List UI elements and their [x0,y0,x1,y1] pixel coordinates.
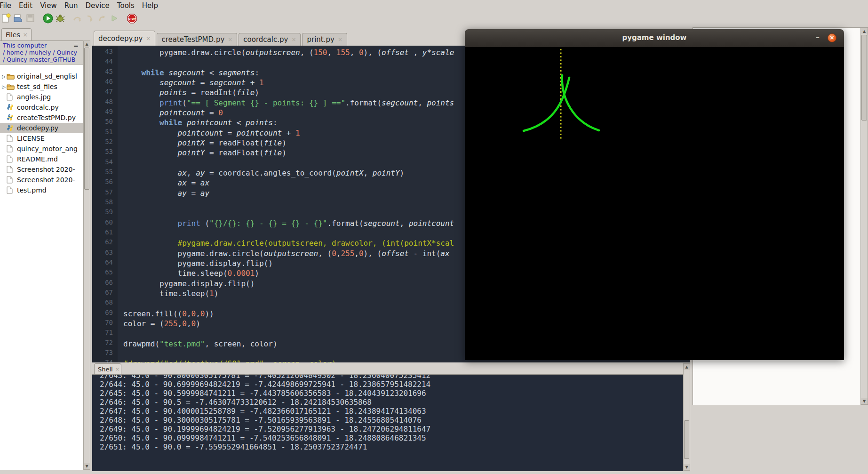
menu-item-view[interactable]: View [36,0,61,11]
python-icon [7,124,15,132]
debug-icon [55,13,65,25]
file-item-label: Screenshot 2020- [17,166,75,173]
dotted-line-dot [560,137,562,139]
file-item-license[interactable]: LICENSE [0,133,83,144]
toolbar: STOP [0,11,868,27]
dotted-line-dot [560,49,562,50]
editor-tab-coordcalc-py[interactable]: coordcalc.py× [239,33,301,46]
code-line: ay = ay [123,188,209,198]
code-line: #pygame.draw.circle(outputscreen, drawco… [123,238,454,248]
editor-tab-createtestpmd-py[interactable]: createTestPMD.py× [157,33,237,46]
scrollbar-thumb[interactable] [861,35,867,121]
run-button[interactable] [42,13,54,25]
shell-line: 2/651: 45.0 - 90.0 = -7.559552941664851 … [100,442,683,451]
tab-files[interactable]: Files × [1,28,32,40]
right-panel-scrollbar[interactable]: ▲ ▼ [860,28,868,405]
file-icon [7,166,15,173]
line-number: 53 [105,148,113,158]
scrollbar-thumb[interactable] [684,420,689,459]
scroll-up-icon[interactable]: ▲ [84,41,90,47]
debug-button[interactable] [55,13,66,25]
expander-icon[interactable]: ▷ [1,84,7,89]
resume-button [109,13,120,25]
dotted-line-dot [560,56,562,57]
line-number: 60 [105,218,113,228]
file-item-test-sd-files[interactable]: ▷test_sd_files [0,81,83,92]
file-icon [7,135,15,142]
files-scrollbar[interactable]: ▲ ▼ [83,40,90,470]
hamburger-icon[interactable]: ≡ [73,41,79,48]
pygame-window-title: pygame window [465,33,844,42]
menu-item-run[interactable]: Run [61,0,82,11]
line-number: 63 [105,249,113,258]
pygame-titlebar[interactable]: pygame window – × [465,29,844,48]
line-number: 45 [105,68,113,78]
close-icon[interactable]: × [291,36,296,43]
file-item-quincy-motor-ang[interactable]: quincy_motor_ang [0,144,83,154]
file-item-decodepy-py[interactable]: decodepy.py [0,123,83,133]
file-icon [7,176,15,184]
code-line: screen.fill((0,0,0)) [123,309,214,319]
menu-item-tools[interactable]: Tools [113,0,138,11]
open-file-button[interactable] [13,13,24,25]
scroll-down-icon[interactable]: ▼ [861,398,868,404]
dotted-line-dot [560,70,562,72]
code-line: ax = ax [123,178,209,188]
dotted-line-dot [560,105,562,107]
breadcrumb-segment[interactable]: / home / muhely / Quincy [1,49,77,56]
line-number: 61 [105,228,113,238]
close-icon[interactable]: × [23,32,28,38]
step-into-icon [86,14,94,24]
scroll-up-icon[interactable]: ▲ [861,28,868,34]
file-item-label: LICENSE [17,135,45,142]
file-item-label: test_sd_files [17,83,57,90]
line-number: 72 [105,339,113,349]
shell-line: 2/647: 45.0 - 90.4000015258789 = -7.4823… [100,407,683,416]
close-button[interactable]: × [828,33,836,42]
menu-bar: FileEditViewRunDeviceToolsHelp [0,0,868,11]
tab-shell-label: Shell [98,366,113,373]
file-item-test-pmd[interactable]: test.pmd [0,185,83,195]
dotted-line-dot [560,60,562,61]
line-number: 65 [105,268,113,278]
menu-item-device[interactable]: Device [82,0,113,11]
folder-icon [7,83,15,90]
minimize-icon[interactable]: – [816,32,820,41]
dotted-line-dot [560,127,562,128]
files-root-label[interactable]: This computer [3,42,47,49]
shell-scrollbar[interactable]: ▲ ▼ [683,363,690,471]
file-item-original-sd-englisl[interactable]: ▷original_sd_englisl [0,71,83,81]
shell-output[interactable]: 2/643: 45.0 - 90.80000305175781 = -7.405… [92,374,683,471]
menu-item-file[interactable]: File [0,0,15,11]
code-line: points = readInt(file) [123,88,259,97]
shell-line: 2/648: 45.0 - 90.30000305175781 = -7.501… [100,416,683,425]
close-icon[interactable]: × [115,366,119,372]
close-icon[interactable]: × [228,36,232,43]
editor-tab-print-py[interactable]: print.py× [302,33,347,46]
scroll-down-icon[interactable]: ▼ [84,463,90,469]
editor-tab-decodepy-py[interactable]: decodepy.py× [94,31,155,46]
close-icon[interactable]: × [146,35,151,42]
file-item-angles-jpg[interactable]: angles.jpg [0,92,83,102]
file-item-coordcalc-py[interactable]: coordcalc.py [0,102,83,112]
menu-item-edit[interactable]: Edit [15,0,36,11]
file-item-createtestpmd-py[interactable]: createTestPMD.py [0,112,83,123]
step-over-button [72,13,83,25]
expander-icon[interactable]: ▷ [1,74,7,79]
new-file-button[interactable] [0,13,12,25]
line-number: 62 [105,238,113,248]
scrollbar-thumb[interactable] [84,48,89,190]
file-item-screenshot-2020-[interactable]: Screenshot 2020- [0,175,83,185]
file-item-readme-md[interactable]: README.md [0,154,83,164]
close-icon[interactable]: × [338,36,342,43]
file-item-screenshot-2020-[interactable]: Screenshot 2020- [0,164,83,175]
scroll-down-icon[interactable]: ▼ [684,464,690,470]
scroll-up-icon[interactable]: ▲ [684,364,690,370]
menu-item-help[interactable]: Help [138,0,162,11]
breadcrumb-segment[interactable]: / Quincy-master_GITHUB [1,56,77,63]
tab-shell[interactable]: Shell × [94,363,121,374]
file-icon [7,155,15,163]
new-file-icon [1,13,11,25]
line-number: 69 [105,309,113,319]
stop-button[interactable]: STOP [126,13,137,25]
